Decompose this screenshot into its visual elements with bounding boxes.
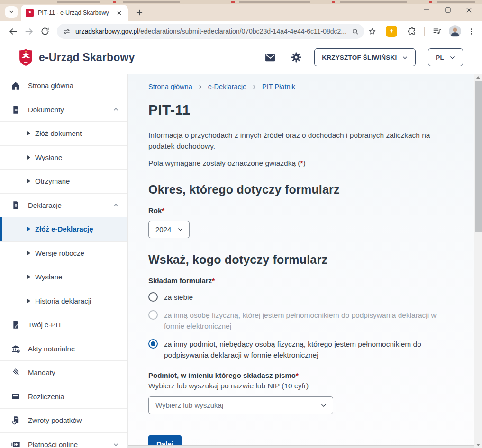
site-settings-icon (63, 27, 71, 36)
radio-disabled-icon (148, 310, 158, 320)
submit-as-label: Składam formularz* (148, 277, 449, 285)
tab-search-button[interactable] (5, 6, 18, 18)
reload-icon (40, 27, 50, 36)
radio-unselected-icon[interactable] (148, 292, 158, 302)
background-window-peek (0, 0, 482, 4)
sidebar-item-platnosci-online[interactable]: Płatności online (0, 433, 127, 448)
breadcrumb-pit-platnik[interactable]: PIT Płatnik (262, 83, 295, 90)
maximize-button[interactable] (437, 3, 458, 17)
url-path: /edeclarations/submit-edeclaration/070bc… (138, 27, 346, 35)
sidebar-item-twoj-epit[interactable]: Twój e-PIT (0, 313, 127, 337)
brand-title: e-Urząd Skarbowy (39, 51, 135, 64)
sidebar-item-deklaracje[interactable]: Deklaracje (0, 194, 127, 218)
triangle-marker-icon (27, 251, 30, 255)
header-actions: KRZYSZTOF ŚLIWIŃSKI PL (250, 48, 463, 66)
media-playlist-icon[interactable] (429, 23, 445, 39)
radio-option-za-inna-osobe: za inną osobę fizyczną, której jestem pe… (148, 310, 449, 332)
sidebar-nav: Strona główna Dokumenty Złóż dokument Wy… (0, 74, 128, 448)
triangle-marker-icon (27, 155, 30, 160)
browser-toolbar: urzadskarbowy.gov.pl/edeclarations/submi… (0, 21, 482, 42)
sidebar-item-otrzymane[interactable]: Otrzymane (0, 170, 127, 194)
sidebar-item-mandaty[interactable]: Mandaty (0, 361, 127, 385)
reload-button[interactable] (37, 23, 53, 39)
sidebar-item-zloz-dokument[interactable]: Złóż dokument (0, 122, 127, 146)
site-favicon (26, 9, 34, 17)
tab-close-icon[interactable] (115, 9, 123, 17)
sidebar-item-wyslane-dokumenty[interactable]: Wysłane (0, 146, 127, 170)
sidebar-item-zloz-edeklaracje[interactable]: Złóż e-Deklarację (0, 217, 127, 242)
toolbar-divider (424, 27, 425, 36)
sidebar-item-dokumenty[interactable]: Dokumenty (0, 98, 127, 122)
bottom-edge-strip (128, 445, 474, 448)
browser-tab[interactable]: PIT-11 - e-Urząd Skarbowy (21, 5, 128, 21)
scrollbar-down-arrow[interactable] (474, 441, 482, 448)
sidebar-item-historia-deklaracji[interactable]: Historia deklaracji (0, 289, 127, 314)
year-label: Rok* (148, 206, 449, 215)
keep-extension-icon[interactable] (386, 26, 397, 37)
triangle-marker-icon (27, 179, 30, 183)
close-window-button[interactable] (458, 3, 479, 17)
declaration-icon (10, 200, 21, 210)
tab-strip: PIT-11 - e-Urząd Skarbowy (0, 0, 482, 21)
messages-mail-icon[interactable] (264, 52, 276, 63)
chevron-up-icon (113, 202, 119, 208)
entity-select[interactable]: Wybierz lub wyszukaj (148, 396, 333, 414)
new-tab-button[interactable] (134, 7, 145, 18)
radio-selected-icon[interactable] (148, 339, 158, 349)
user-name: KRZYSZTOF ŚLIWIŃSKI (322, 54, 397, 61)
settings-gear-icon[interactable] (291, 52, 302, 63)
required-fields-note: Pola wymagane zostały oznaczone gwiazdką… (148, 159, 449, 168)
plus-icon (136, 9, 143, 16)
profile-avatar[interactable] (449, 25, 461, 37)
triangle-marker-icon (27, 131, 30, 135)
document-icon (10, 104, 21, 115)
asterisk-marker: * (212, 277, 215, 285)
chevron-down-icon (9, 9, 14, 15)
sidebar-item-zwroty-podatkow[interactable]: Zwroty podatków (0, 409, 127, 433)
site-logo[interactable]: e-Urząd Skarbowy (19, 49, 135, 66)
sidebar-item-akty-notarialne[interactable]: Akty notarialne (0, 337, 127, 361)
user-account-button[interactable]: KRZYSZTOF ŚLIWIŃSKI (314, 48, 416, 66)
online-payments-icon (10, 439, 21, 448)
epit-document-pencil-icon (10, 320, 21, 330)
zoom-indicator-icon[interactable] (351, 27, 359, 36)
browser-window: PIT-11 - e-Urząd Skarbowy (0, 0, 482, 448)
language-selector-button[interactable]: PL (428, 48, 463, 66)
breadcrumb-edeklaracje[interactable]: e-Deklaracje (208, 83, 246, 90)
chevron-down-icon (113, 441, 119, 448)
radio-option-za-inny-podmiot[interactable]: za inny podmiot, niebędący osobą fizyczn… (148, 339, 449, 360)
main-content: Strona główna e-Deklaracje PIT Płatnik P… (128, 74, 482, 448)
chevron-down-icon (402, 54, 408, 61)
chevron-up-icon (113, 107, 119, 113)
fines-gavel-icon (10, 367, 21, 378)
scrollbar-up-arrow[interactable] (474, 74, 482, 81)
radio-option-za-siebie[interactable]: za siebie (148, 292, 449, 303)
scrollbar-thumb[interactable] (475, 81, 482, 232)
extensions-puzzle-icon[interactable] (404, 23, 420, 39)
back-arrow-icon (8, 27, 18, 36)
tab-title: PIT-11 - e-Urząd Skarbowy (38, 9, 115, 16)
browser-menu-icon[interactable] (465, 23, 477, 39)
toolbar-right-icons (386, 23, 477, 39)
chevron-down-icon (177, 226, 183, 233)
page-scrollbar[interactable] (474, 74, 482, 448)
bookmark-star-icon[interactable] (364, 23, 380, 39)
minimize-button[interactable] (417, 3, 437, 17)
period-section-heading: Okres, którego dotyczy formularz (148, 183, 449, 197)
sidebar-item-wyslane-deklaracje[interactable]: Wysłane (0, 265, 127, 289)
sidebar-item-strona-glowna[interactable]: Strona główna (0, 74, 127, 98)
sidebar-item-wersje-robocze[interactable]: Wersje robocze (0, 242, 127, 266)
triangle-marker-icon (27, 299, 30, 303)
forward-button[interactable] (21, 23, 37, 39)
back-button[interactable] (5, 23, 21, 39)
url-text[interactable]: urzadskarbowy.gov.pl/edeclarations/submi… (75, 27, 351, 35)
notary-bank-icon (10, 343, 21, 354)
entity-select-placeholder: Wybierz lub wyszukaj (155, 401, 320, 409)
entity-help-text: Wybierz lub wyszukaj po nazwie lub NIP (… (148, 382, 449, 390)
window-controls (417, 3, 479, 17)
page-title: PIT-11 (148, 102, 449, 118)
breadcrumb-strona-glowna[interactable]: Strona główna (148, 83, 192, 90)
year-select[interactable]: 2024 (148, 221, 190, 238)
sidebar-item-rozliczenia[interactable]: Rozliczenia (0, 385, 127, 409)
url-bar[interactable]: urzadskarbowy.gov.pl/edeclarations/submi… (57, 24, 364, 39)
